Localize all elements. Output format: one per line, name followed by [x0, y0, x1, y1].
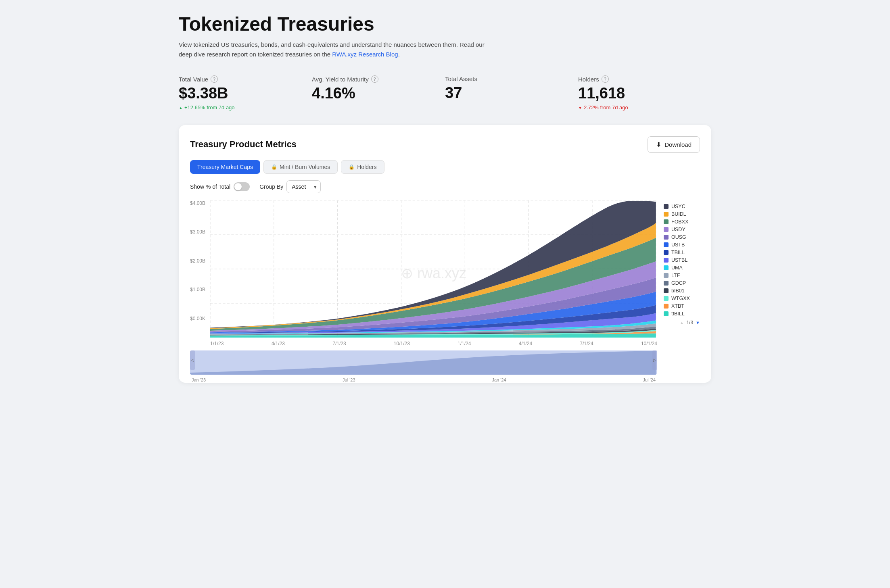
legend-color-dot	[664, 296, 669, 301]
legend-item-label: USDY	[671, 227, 685, 232]
y-axis-label: $1.00B	[190, 287, 205, 292]
legend-item-ustbl: USTBL	[664, 257, 700, 263]
tab-holders[interactable]: 🔒Holders	[341, 160, 384, 174]
metric-change-3: 2.72% from 7d ago	[578, 104, 702, 111]
minimap-right-handle[interactable]: ▷	[652, 350, 657, 370]
legend-item-label: OUSG	[671, 234, 686, 240]
legend-item-tfbill: tfBILL	[664, 311, 700, 317]
minimap-container: Jan '23Jul '23Jan '24Jul '24 ◁ ▷	[190, 350, 657, 375]
x-axis-label: 1/1/24	[458, 341, 471, 346]
group-by-select-wrapper[interactable]: AssetIssuerChain	[286, 180, 321, 193]
legend-color-dot	[664, 311, 669, 316]
legend-item-usdy: USDY	[664, 227, 700, 232]
lock-icon: 🔒	[271, 164, 277, 170]
x-axis-label: 10/1/23	[394, 341, 410, 346]
legend-item-ltf: LTF	[664, 273, 700, 278]
metrics-row: Total Value?$3.38B +12.65% from 7d agoAv…	[179, 72, 711, 114]
legend-item-wtgxx: WTGXX	[664, 296, 700, 301]
metric-value-2: 37	[445, 85, 568, 102]
legend-item-label: TBILL	[671, 250, 685, 255]
legend-item-label: USTBL	[671, 257, 687, 263]
minimap-x-label: Jul '24	[643, 377, 656, 382]
toggle-knob	[234, 183, 242, 190]
legend-item-label: BUIDL	[671, 211, 686, 217]
legend-color-dot	[664, 304, 669, 309]
legend-item-ustb: USTB	[664, 242, 700, 248]
legend-item-ousg: OUSG	[664, 234, 700, 240]
legend-item-label: FOBXX	[671, 219, 688, 225]
download-button[interactable]: ⬇ Download	[648, 136, 700, 153]
legend-item-uma: UMA	[664, 265, 700, 271]
metric-card-1: Avg. Yield to Maturity?4.16%	[312, 72, 445, 114]
legend-color-dot	[664, 212, 669, 217]
y-axis-label: $0.00K	[190, 316, 205, 321]
legend-item-label: LTF	[671, 273, 680, 278]
legend-item-label: WTGXX	[671, 296, 690, 301]
download-icon: ⬇	[656, 141, 661, 148]
legend-item-label: tfBILL	[671, 311, 685, 317]
research-blog-link[interactable]: RWA.xyz Research Blog	[332, 51, 398, 58]
metric-label-1: Avg. Yield to Maturity?	[312, 75, 435, 83]
legend-color-dot	[664, 265, 669, 270]
legend-color-dot	[664, 219, 669, 224]
legend-item-gdcp: GDCP	[664, 280, 700, 286]
minimap-left-handle[interactable]: ◁	[190, 350, 195, 370]
y-axis: $4.00B$3.00B$2.00B$1.00B$0.00K	[190, 200, 209, 321]
pagination-prev-icon[interactable]: ▲	[680, 320, 684, 325]
metric-label-3: Holders?	[578, 75, 702, 83]
x-axis-label: 7/1/23	[332, 341, 346, 346]
group-by-select[interactable]: AssetIssuerChain	[286, 180, 321, 193]
chart-card: Treasury Product Metrics ⬇ Download Trea…	[179, 125, 711, 383]
arrow-up-icon	[179, 104, 183, 111]
legend-color-dot	[664, 235, 669, 240]
x-axis-label: 4/1/24	[519, 341, 532, 346]
metric-value-1: 4.16%	[312, 85, 435, 102]
legend-item-label: UMA	[671, 265, 683, 271]
legend-color-dot	[664, 258, 669, 263]
metric-change-0: +12.65% from 7d ago	[179, 104, 302, 111]
legend-item-fobxx: FOBXX	[664, 219, 700, 225]
chart-area: $4.00B$3.00B$2.00B$1.00B$0.00K ⊕ rwa.xyz	[190, 200, 700, 375]
legend-item-buidl: BUIDL	[664, 211, 700, 217]
tab-market-caps[interactable]: Treasury Market Caps	[190, 160, 260, 174]
minimap-x-label: Jul '23	[343, 377, 355, 382]
minimap-chart	[190, 350, 657, 375]
legend-item-xtbt: XTBT	[664, 303, 700, 309]
legend-color-dot	[664, 242, 669, 247]
legend-item-label: GDCP	[671, 280, 686, 286]
controls-row: Show % of Total Group By AssetIssuerChai…	[190, 180, 700, 193]
metric-label-2: Total Assets	[445, 75, 568, 82]
tab-mint-burn[interactable]: 🔒Mint / Burn Volumes	[263, 160, 338, 174]
y-axis-label: $2.00B	[190, 258, 205, 264]
legend-pagination: ▲ 1/3 ▼	[664, 320, 700, 325]
pagination-next-icon[interactable]: ▼	[696, 320, 700, 325]
metric-value-3: 11,618	[578, 85, 702, 102]
legend-item-label: USTB	[671, 242, 685, 248]
legend-color-dot	[664, 227, 669, 232]
legend-item-bib01: bIB01	[664, 288, 700, 294]
chart-svg-container: ⊕ rwa.xyz	[210, 200, 657, 346]
legend-item-tbill: TBILL	[664, 250, 700, 255]
metric-help-icon-0[interactable]: ?	[211, 75, 218, 83]
y-axis-label: $4.00B	[190, 200, 205, 206]
legend-item-label: XTBT	[671, 303, 684, 309]
stacked-area-chart	[210, 200, 657, 338]
legend-item-label: bIB01	[671, 288, 685, 294]
metric-help-icon-3[interactable]: ?	[602, 75, 609, 83]
show-pct-toggle[interactable]	[234, 182, 250, 191]
legend-color-dot	[664, 288, 669, 293]
tabs-row: Treasury Market Caps🔒Mint / Burn Volumes…	[190, 160, 700, 174]
legend-item-usyc: USYC	[664, 204, 700, 209]
legend-color-dot	[664, 281, 669, 286]
legend-color-dot	[664, 273, 669, 278]
metric-help-icon-1[interactable]: ?	[371, 75, 378, 83]
page-subtitle: View tokenized US treasuries, bonds, and…	[179, 40, 493, 59]
page-title: Tokenized Treasuries	[179, 13, 711, 35]
chart-main: $4.00B$3.00B$2.00B$1.00B$0.00K ⊕ rwa.xyz	[190, 200, 657, 375]
minimap-x-label: Jan '24	[492, 377, 506, 382]
metric-card-3: Holders?11,618 2.72% from 7d ago	[578, 72, 711, 114]
arrow-down-icon	[578, 104, 582, 111]
x-axis-label: 7/1/24	[580, 341, 593, 346]
pagination-label: 1/3	[686, 320, 693, 325]
x-axis-label: 10/1/24	[641, 341, 657, 346]
